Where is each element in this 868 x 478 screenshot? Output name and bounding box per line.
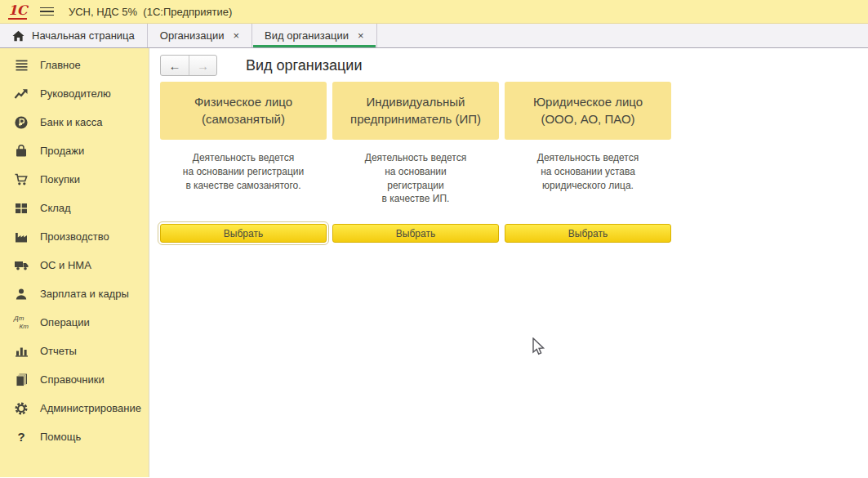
- close-icon[interactable]: ×: [233, 29, 239, 42]
- choose-entrepreneur-button[interactable]: Выбрать: [332, 224, 499, 243]
- tab-organization-kind[interactable]: Вид организации ×: [252, 24, 376, 47]
- close-icon[interactable]: ×: [358, 29, 364, 42]
- menu-lines-icon: [13, 58, 29, 72]
- sidebar-item-help[interactable]: ? Помощь: [0, 422, 149, 451]
- 1c-logo: 1С: [8, 4, 27, 20]
- card-individual-self-employed: Физическое лицо (самозанятый) Деятельнос…: [160, 82, 327, 243]
- sidebar-item-bank-cash[interactable]: Банк и касса: [0, 108, 149, 136]
- sidebar-item-administration[interactable]: Администрирование: [0, 394, 149, 422]
- tab-organizations[interactable]: Организации ×: [148, 24, 252, 47]
- title-bar: 1С УСН, НДС 5% (1С:Предприятие): [0, 0, 868, 24]
- card-description: Деятельность ведется на основании регист…: [332, 140, 499, 224]
- sidebar-item-main[interactable]: Главное: [0, 51, 149, 79]
- back-button[interactable]: ←: [161, 56, 189, 75]
- truck-icon: [13, 259, 29, 271]
- page-title: Вид организации: [246, 57, 362, 74]
- ruble-circle-icon: [13, 115, 29, 130]
- choose-legal-entity-button[interactable]: Выбрать: [505, 224, 671, 243]
- sidebar-item-operations[interactable]: ДтКт Операции: [0, 308, 149, 337]
- warehouse-icon: [13, 202, 29, 215]
- sidebar-item-label: Справочники: [40, 373, 105, 386]
- tab-label: Начальная страница: [32, 29, 135, 42]
- main-content: ← → Вид организации Физическое лицо (сам…: [149, 48, 868, 477]
- organization-kind-cards: Физическое лицо (самозанятый) Деятельнос…: [160, 82, 868, 243]
- sidebar-item-label: Покупки: [40, 173, 80, 185]
- sidebar-item-manager[interactable]: Руководителю: [0, 79, 149, 108]
- sidebar-item-purchases[interactable]: Покупки: [0, 165, 149, 194]
- card-title: Физическое лицо (самозанятый): [160, 82, 327, 140]
- shopping-bag-icon: [13, 144, 29, 159]
- sidebar-item-label: Банк и касса: [40, 116, 103, 128]
- card-legal-entity: Юридическое лицо (ООО, АО, ПАО) Деятельн…: [505, 82, 671, 243]
- choose-self-employed-button[interactable]: Выбрать: [160, 224, 327, 243]
- sidebar-item-catalogs[interactable]: Справочники: [0, 365, 149, 394]
- sidebar-item-payroll-hr[interactable]: Зарплата и кадры: [0, 279, 149, 308]
- shopping-cart-icon: [13, 172, 29, 186]
- sidebar-item-reports[interactable]: Отчеты: [0, 337, 149, 365]
- sidebar: Главное Руководителю Банк и касса Продаж…: [0, 48, 149, 477]
- card-individual-entrepreneur: Индивидуальный предприниматель (ИП) Деят…: [332, 82, 499, 243]
- sidebar-item-label: Склад: [40, 202, 71, 214]
- sidebar-item-warehouse[interactable]: Склад: [0, 194, 149, 222]
- tab-bar: Начальная страница Организации × Вид орг…: [0, 24, 868, 48]
- card-description: Деятельность ведется на основании устава…: [505, 140, 671, 224]
- debit-credit-icon: ДтКт: [13, 315, 29, 329]
- sidebar-item-label: Руководителю: [40, 87, 111, 100]
- main-menu-icon[interactable]: [40, 7, 54, 16]
- trend-up-icon: [13, 87, 29, 101]
- forward-button[interactable]: →: [189, 56, 216, 75]
- sidebar-item-label: Продажи: [40, 145, 84, 157]
- sidebar-item-label: ОС и НМА: [40, 259, 91, 271]
- gear-icon: [13, 401, 29, 416]
- books-icon: [13, 373, 29, 386]
- card-title: Индивидуальный предприниматель (ИП): [332, 82, 499, 140]
- sidebar-item-production[interactable]: Производство: [0, 222, 149, 251]
- sidebar-item-label: Администрирование: [40, 402, 141, 414]
- tab-label: Организации: [160, 29, 225, 42]
- sidebar-item-label: Операции: [40, 316, 90, 328]
- window-title: УСН, НДС 5% (1С:Предприятие): [69, 6, 232, 18]
- person-icon: [13, 288, 29, 301]
- tab-label: Вид организации: [265, 29, 349, 42]
- sidebar-item-label: Отчеты: [40, 345, 77, 357]
- sidebar-item-label: Производство: [40, 230, 109, 243]
- sidebar-item-label: Зарплата и кадры: [40, 288, 129, 300]
- question-icon: ?: [13, 430, 29, 444]
- home-icon: [12, 30, 24, 42]
- sidebar-item-fixed-assets[interactable]: ОС и НМА: [0, 251, 149, 279]
- sidebar-item-sales[interactable]: Продажи: [0, 136, 149, 165]
- card-description: Деятельность ведется на основании регист…: [160, 140, 327, 224]
- sidebar-item-label: Главное: [40, 59, 81, 71]
- factory-icon: [13, 230, 29, 243]
- bar-chart-icon: [13, 345, 29, 357]
- history-nav: ← →: [160, 55, 217, 76]
- sidebar-item-label: Помощь: [40, 431, 81, 443]
- card-title: Юридическое лицо (ООО, АО, ПАО): [505, 82, 671, 140]
- tab-home[interactable]: Начальная страница: [0, 24, 148, 47]
